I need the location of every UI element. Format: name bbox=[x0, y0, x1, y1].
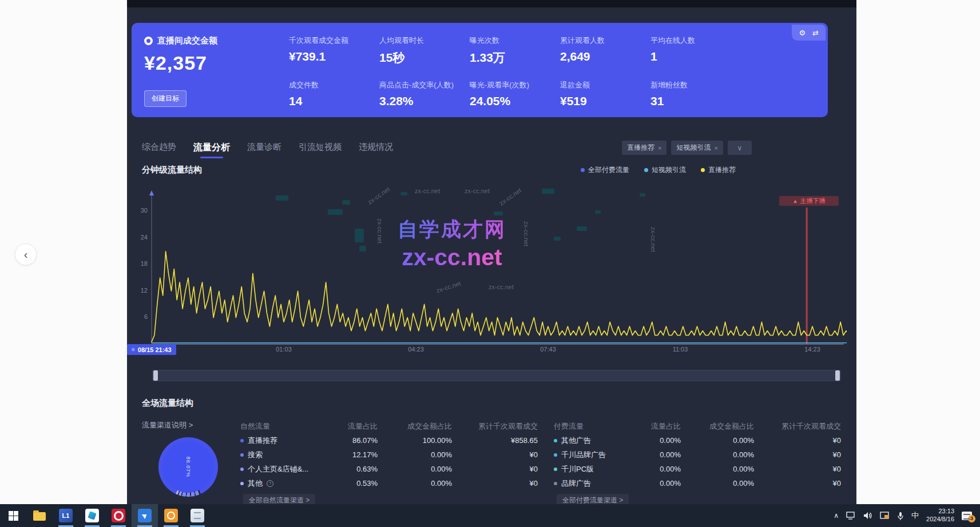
legend-item-live-recommend[interactable]: 直播推荐 bbox=[701, 165, 736, 175]
kpi-label: 成交件数 bbox=[289, 80, 379, 90]
legend-label: 全部付费流量 bbox=[588, 165, 629, 175]
system-tray: ∧ 中 23:13 2024/8/16 3 bbox=[834, 504, 980, 527]
kpi-value: ¥519 bbox=[560, 94, 650, 108]
chevron-down-icon: ∨ bbox=[737, 144, 742, 152]
kpi-value: ¥739.1 bbox=[289, 50, 379, 63]
cell: 0.00% bbox=[681, 436, 754, 445]
clock[interactable]: 23:13 2024/8/16 bbox=[926, 508, 954, 524]
taskbar-app-opera[interactable] bbox=[105, 504, 132, 527]
cell: 12.17% bbox=[326, 450, 378, 459]
cell: ¥0 bbox=[452, 465, 538, 473]
kpi-label: 退款金额 bbox=[560, 80, 650, 90]
table-row[interactable]: 品牌广告 0.00% 0.00% ¥0 bbox=[554, 476, 841, 490]
screen: ‹ 直播间成交金额 ¥2,357 创建目标 千次观看成交金额¥739.1 人均观… bbox=[0, 0, 980, 527]
filter-chip-live-recommend[interactable]: 直播推荐 × bbox=[622, 141, 666, 155]
chevron-left-icon: ‹ bbox=[24, 248, 28, 261]
table-row[interactable]: 千川品牌广告 0.00% 0.00% ¥0 bbox=[554, 448, 841, 462]
kpi-label: 千次观看成交金额 bbox=[289, 35, 379, 46]
kpi-value: 2,649 bbox=[560, 50, 650, 63]
legend-item-short-video[interactable]: 短视频引流 bbox=[644, 165, 686, 175]
tab-overall-trend[interactable]: 综合趋势 bbox=[142, 142, 176, 158]
table-row[interactable]: 搜索 12.17% 0.00% ¥0 bbox=[240, 448, 538, 462]
minute-section-title: 分钟级流量结构 bbox=[142, 165, 202, 175]
ime-indicator[interactable]: 中 bbox=[911, 510, 919, 521]
cell: 0.00% bbox=[378, 465, 452, 473]
table-row[interactable]: 个人主页&店铺&... 0.63% 0.00% ¥0 bbox=[240, 462, 538, 476]
taskbar-app-notepad[interactable] bbox=[184, 504, 211, 527]
swap-icon[interactable]: ⇄ bbox=[812, 29, 819, 37]
filter-chip-short-video[interactable]: 短视频引流 × bbox=[671, 141, 723, 155]
col-header: 成交金额占比 bbox=[681, 421, 754, 432]
chip-label: 直播推荐 bbox=[627, 143, 654, 153]
taskbar-app-pointer-active[interactable] bbox=[132, 504, 158, 527]
x-tick: 01:03 bbox=[267, 346, 301, 353]
series-dot bbox=[240, 453, 244, 457]
legend-item-paid[interactable]: 全部付费流量 bbox=[581, 165, 629, 175]
close-icon[interactable]: × bbox=[658, 145, 661, 151]
table-row[interactable]: 其他广告 0.00% 0.00% ¥0 bbox=[554, 433, 841, 448]
cell: ¥858.65 bbox=[452, 436, 538, 445]
row-label: 直播推荐 bbox=[248, 436, 277, 446]
taskbar-file-explorer[interactable] bbox=[26, 504, 53, 527]
folder-icon bbox=[33, 512, 46, 521]
notification-badge: 3 bbox=[968, 515, 975, 522]
table-row[interactable]: 直播推荐 86.07% 100.00% ¥858.65 bbox=[240, 433, 538, 448]
taskbar-app-baiying[interactable] bbox=[79, 504, 105, 527]
series-dot bbox=[554, 453, 557, 457]
primary-metric-label: 直播间成交金额 bbox=[157, 35, 217, 46]
back-button[interactable]: ‹ bbox=[15, 243, 37, 265]
tab-violations[interactable]: 违规情况 bbox=[359, 142, 393, 158]
col-header: 自然流量 bbox=[240, 421, 326, 432]
donut-label: 86.07% bbox=[185, 457, 191, 478]
x-tick: 04:23 bbox=[399, 346, 433, 353]
kpi-label: 累计观看人数 bbox=[560, 35, 650, 46]
traffic-donut-chart[interactable]: 86.07% bbox=[158, 437, 218, 497]
tab-traffic-analysis[interactable]: 流量分析 bbox=[193, 142, 230, 158]
gear-icon[interactable]: ⚙ bbox=[799, 29, 806, 37]
row-label: 个人主页&店铺&... bbox=[248, 464, 308, 474]
time-range-slider[interactable] bbox=[152, 370, 841, 381]
taskbar-apps: L1 bbox=[0, 504, 211, 527]
start-button[interactable] bbox=[0, 504, 26, 527]
taskbar-app-l1[interactable]: L1 bbox=[53, 504, 79, 527]
kpi-label: 新增粉丝数 bbox=[650, 80, 741, 90]
y-tick: 12 bbox=[130, 287, 148, 294]
slider-handle-right[interactable] bbox=[835, 370, 840, 381]
stream-end-annotation: ▲ 主播下播 bbox=[779, 196, 839, 206]
create-goal-button[interactable]: 创建目标 bbox=[144, 90, 187, 107]
x-tick: 11:03 bbox=[663, 346, 697, 353]
screen-share-icon[interactable] bbox=[880, 512, 890, 520]
cell: ¥0 bbox=[452, 450, 538, 459]
legend-label: 直播推荐 bbox=[708, 165, 736, 175]
primary-metric-value: ¥2,357 bbox=[144, 52, 217, 74]
line-chart-canvas[interactable] bbox=[137, 186, 847, 352]
tray-expand-icon[interactable]: ∧ bbox=[834, 512, 839, 520]
filter-dropdown[interactable]: ∨ bbox=[728, 141, 752, 155]
info-icon[interactable]: ? bbox=[267, 480, 273, 487]
kpi-value: 15秒 bbox=[379, 50, 470, 66]
notepad-icon bbox=[191, 509, 204, 522]
kpi-label: 人均观看时长 bbox=[379, 35, 470, 46]
volume-icon[interactable] bbox=[863, 512, 872, 520]
series-dot bbox=[554, 482, 557, 485]
tab-short-video[interactable]: 引流短视频 bbox=[299, 142, 342, 158]
arrow-right-icon: > bbox=[189, 421, 193, 429]
cell: 0.00% bbox=[629, 450, 681, 459]
slider-handle-left[interactable] bbox=[153, 370, 158, 381]
tab-traffic-diagnosis[interactable]: 流量诊断 bbox=[247, 142, 281, 158]
table-row[interactable]: 其他? 0.53% 0.00% ¥0 bbox=[240, 476, 538, 490]
network-display-icon[interactable] bbox=[846, 512, 856, 520]
taskbar-app-orange[interactable] bbox=[158, 504, 184, 527]
y-tick: 6 bbox=[130, 313, 148, 320]
cell: 0.00% bbox=[378, 479, 452, 488]
series-dot bbox=[240, 439, 244, 442]
col-header: 流量占比 bbox=[629, 421, 681, 432]
table-row[interactable]: 千川PC版 0.00% 0.00% ¥0 bbox=[554, 462, 841, 476]
channel-explain-link[interactable]: 流量渠道说明 > bbox=[142, 420, 193, 430]
microphone-icon[interactable] bbox=[897, 512, 904, 520]
col-header: 累计千次观看成交 bbox=[452, 421, 538, 432]
close-icon[interactable]: × bbox=[714, 145, 717, 151]
notification-icon[interactable]: 3 bbox=[962, 512, 972, 520]
warning-icon: ▲ bbox=[793, 198, 798, 204]
date: 2024/8/16 bbox=[926, 516, 954, 524]
